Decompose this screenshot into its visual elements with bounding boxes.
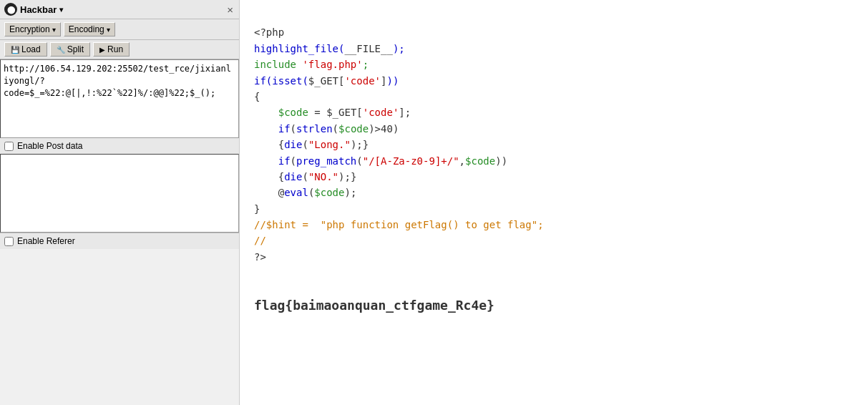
code-line-13: //$hint = "php function getFlag() to get… [254, 219, 544, 230]
load-label: Load [21, 44, 41, 54]
enable-referer-checkbox[interactable] [4, 237, 14, 246]
flag-output: flag{baimaoanquan_ctfgame_Rc4e} [254, 296, 854, 316]
code-line-1: <?php [254, 26, 284, 38]
app-title: Hackbar [20, 4, 57, 15]
split-button[interactable]: 🔧 Split [50, 42, 90, 57]
toolbar-top: ⬤ Hackbar ▾ × [0, 0, 239, 19]
load-button[interactable]: 💾 Load [4, 42, 47, 57]
run-button[interactable]: ▶ Run [93, 42, 130, 57]
code-line-2: highlight_file(__FILE__); [254, 43, 405, 54]
code-line-4: if(isset($_GET['code'])) [254, 75, 399, 87]
dropdown-row: Encryption Encoding [0, 19, 239, 40]
code-line-6: $code = $_GET['code']; [254, 107, 411, 118]
enable-post-checkbox[interactable] [4, 142, 14, 151]
encoding-dropdown[interactable]: Encoding [64, 22, 115, 36]
hackbar-logo: ⬤ [4, 3, 17, 16]
chevron-down-icon: ▾ [59, 6, 63, 14]
code-line-8: {die("Long.");} [254, 139, 369, 150]
enable-post-label[interactable]: Enable Post data [17, 141, 82, 151]
toolbar-title: ⬤ Hackbar ▾ [4, 3, 63, 16]
code-line-9: if(preg_match("/[A-Za-z0-9]+/",$code)) [254, 155, 507, 167]
post-data-toggle-row: Enable Post data [0, 138, 239, 154]
code-line-15: ?> [254, 251, 266, 263]
code-line-3: include 'flag.php'; [254, 59, 369, 70]
load-icon: 💾 [11, 46, 19, 54]
action-row: 💾 Load 🔧 Split ▶ Run [0, 40, 239, 59]
code-line-12: } [254, 203, 260, 215]
close-button[interactable]: × [225, 4, 235, 16]
post-data-input[interactable] [0, 154, 239, 233]
code-display: <?php highlight_file(__FILE__); include … [254, 9, 854, 281]
code-line-5: { [254, 91, 260, 102]
run-label: Run [107, 44, 123, 54]
code-line-7: if(strlen($code)>40) [254, 123, 399, 135]
code-line-14: // [254, 235, 266, 246]
code-line-10: {die("NO.");} [254, 171, 356, 182]
encryption-dropdown[interactable]: Encryption [4, 22, 61, 36]
left-panel: ⬤ Hackbar ▾ × Encryption Encoding 💾 Load… [0, 0, 240, 405]
url-input[interactable] [0, 59, 239, 138]
run-icon: ▶ [99, 46, 105, 54]
referer-toggle-row: Enable Referer [0, 233, 239, 249]
code-line-11: @eval($code); [254, 187, 356, 198]
split-label: Split [67, 44, 84, 54]
enable-referer-label[interactable]: Enable Referer [17, 236, 75, 246]
code-panel: <?php highlight_file(__FILE__); include … [240, 0, 868, 405]
split-icon: 🔧 [57, 46, 65, 54]
